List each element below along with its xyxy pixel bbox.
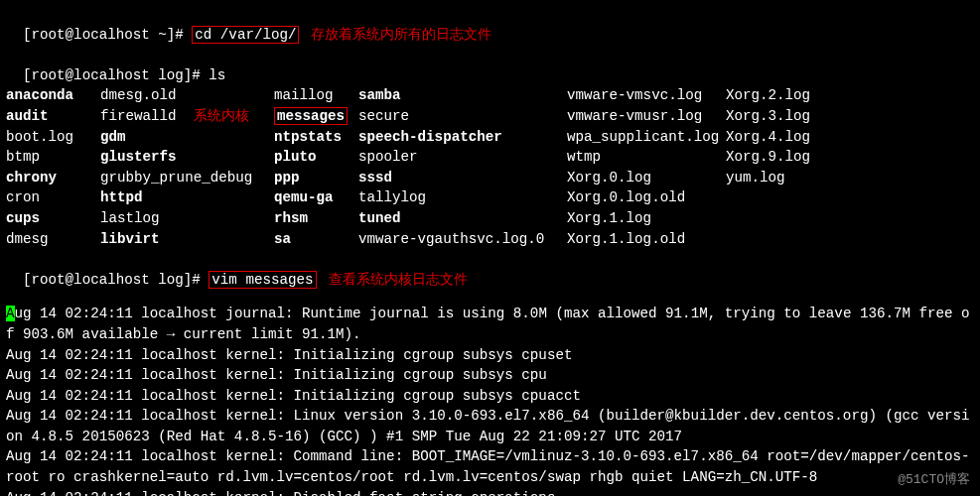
log-line: Aug 14 02:24:11 localhost kernel: Initia… [6,365,974,386]
ls-file [726,229,845,250]
ls-file: wtmp [567,147,726,168]
ls-file: btmp [6,147,100,168]
ls-file: chrony [6,168,100,188]
ls-file: yum.log [726,168,845,188]
shell-prompt-log[interactable]: [root@localhost log]# [23,67,209,83]
ls-file: sa [274,229,358,250]
ls-row: cupslastlogrhsmtunedXorg.1.log [6,208,974,229]
ls-file: Xorg.0.log [567,168,726,188]
ls-file: secure [358,106,567,127]
ls-row: btmpglusterfsplutospoolerwtmpXorg.9.log [6,147,974,168]
ls-file [726,208,845,229]
messages-file: messages [274,107,348,125]
ls-file: samba [358,85,567,106]
ls-file: cups [6,208,100,229]
ls-file: ntpstats [274,127,358,148]
log-line: Aug 14 02:24:11 localhost kernel: Initia… [6,345,974,366]
ls-file: anaconda [6,85,100,106]
ls-file: glusterfs [100,147,274,168]
cd-command[interactable]: cd /var/log/ [192,26,299,44]
ls-file: lastlog [100,208,274,229]
ls-output: anacondadmesg.oldmaillogsambavmware-vmsv… [6,85,974,249]
ls-file: vmware-vmusr.log [567,106,726,127]
ls-file: Xorg.3.log [726,106,845,127]
ls-file: wpa_supplicant.log [567,127,726,148]
ls-row: auditfirewalld 系统内核messagessecurevmware-… [6,106,974,127]
shell-prompt-log2[interactable]: [root@localhost log]# [23,272,209,288]
ls-file: maillog [274,85,358,106]
ls-command[interactable]: ls [209,67,225,83]
ls-row: boot.loggdmntpstatsspeech-dispatcherwpa_… [6,127,974,148]
cd-annotation: 存放着系统内所有的日志文件 [311,27,491,43]
ls-file: vmware-vgauthsvc.log.0 [358,229,567,250]
ls-file: dmesg [6,229,100,250]
ls-file: Xorg.1.log.old [567,229,726,250]
ls-row: chronygrubby_prune_debugpppsssdXorg.0.lo… [6,168,974,188]
ls-file: Xorg.2.log [726,85,845,106]
log-output: Aug 14 02:24:11 localhost journal: Runti… [6,304,974,496]
ls-file: Xorg.9.log [726,147,845,168]
ls-file: httpd [100,187,274,208]
cursor: A [6,306,15,321]
prompt-vim-line: [root@localhost log]# vim messages查看系统内核… [6,249,974,290]
prompt-cd-line: [root@localhost ~]# cd /var/log/存放着系统内所有… [6,4,974,45]
ls-file: boot.log [6,127,100,148]
ls-file: messages [274,106,358,127]
watermark: @51CTO博客 [898,471,970,490]
ls-file: rhsm [274,208,358,229]
ls-file: grubby_prune_debug [100,168,274,188]
ls-file: qemu-ga [274,187,358,208]
shell-prompt-home[interactable]: [root@localhost ~]# [23,27,192,43]
ls-file [726,187,845,208]
ls-file: Xorg.1.log [567,208,726,229]
log-line: Aug 14 02:24:11 localhost kernel: Comman… [6,446,974,487]
ls-row: dmesglibvirtsavmware-vgauthsvc.log.0Xorg… [6,229,974,250]
log-line: Aug 14 02:24:11 localhost kernel: Disabl… [6,488,974,496]
ls-file: gdm [100,127,274,148]
log-line: Aug 14 02:24:11 localhost kernel: Initia… [6,386,974,407]
ls-file: tallylog [358,187,567,208]
ls-file: speech-dispatcher [358,127,567,148]
ls-row: cronhttpdqemu-gatallylogXorg.0.log.old [6,187,974,208]
ls-file: tuned [358,208,567,229]
ls-file: spooler [358,147,567,168]
ls-file: firewalld 系统内核 [100,106,274,127]
ls-file: libvirt [100,229,274,250]
ls-file: audit [6,106,100,127]
prompt-ls-line: [root@localhost log]# ls [6,45,974,85]
ls-file: cron [6,187,100,208]
log-line: Aug 14 02:24:11 localhost journal: Runti… [6,304,974,344]
ls-file: dmesg.old [100,85,274,106]
ls-file: Xorg.4.log [726,127,845,148]
ls-file: pluto [274,147,358,168]
kernel-annotation: 系统内核 [177,108,249,124]
vim-command[interactable]: vim messages [209,271,316,289]
ls-file: vmware-vmsvc.log [567,85,726,106]
ls-row: anacondadmesg.oldmaillogsambavmware-vmsv… [6,85,974,106]
log-line: Aug 14 02:24:11 localhost kernel: Linux … [6,406,974,446]
vim-annotation: 查看系统内核日志文件 [329,272,468,288]
ls-file: Xorg.0.log.old [567,187,726,208]
ls-file: ppp [274,168,358,188]
ls-file: sssd [358,168,567,188]
